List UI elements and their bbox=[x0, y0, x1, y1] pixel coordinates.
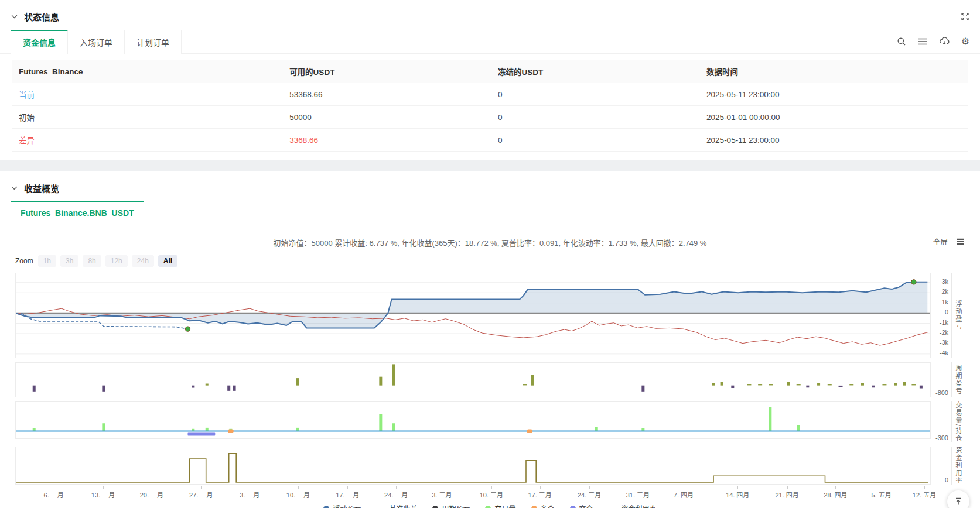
legend-label: 周期盈亏 bbox=[442, 503, 470, 508]
x-axis-label: 6. 一月 bbox=[44, 490, 64, 499]
chart-context-menu-icon[interactable] bbox=[956, 238, 965, 245]
utilization-yaxis: 0 bbox=[931, 447, 952, 485]
volume-position-plot[interactable] bbox=[15, 401, 931, 439]
scroll-to-top-button[interactable] bbox=[947, 490, 969, 508]
y-axis-label: -4k bbox=[940, 349, 948, 356]
x-axis-label: 13. 一月 bbox=[91, 490, 115, 499]
zoom-button-12h[interactable]: 12h bbox=[105, 255, 128, 267]
status-tab-actions: ⚙ bbox=[897, 37, 969, 53]
tab-futures-binance-bnb-usdt[interactable]: Futures_Binance.BNB_USDT bbox=[11, 201, 144, 224]
cloud-download-icon[interactable] bbox=[939, 37, 950, 46]
legend-label: 多仓 bbox=[541, 503, 555, 508]
table-cell: 3368.66 bbox=[282, 129, 491, 152]
table-cell: 50000 bbox=[282, 106, 491, 129]
legend-item-多仓[interactable]: 多仓 bbox=[531, 503, 555, 508]
x-axis-label: 5. 五月 bbox=[871, 490, 891, 499]
legend-label: 交易量 bbox=[494, 503, 515, 508]
x-axis-tick bbox=[491, 486, 492, 489]
y-axis-label: -3k bbox=[940, 339, 948, 346]
zoom-button-8h[interactable]: 8h bbox=[83, 255, 101, 267]
legend-swatch bbox=[570, 506, 576, 508]
x-axis-tick bbox=[396, 486, 397, 489]
floating-pnl-axis-title: 浮动盈亏 bbox=[952, 273, 965, 358]
x-axis-tick bbox=[442, 486, 442, 489]
x-axis-tick bbox=[787, 486, 788, 489]
zoom-button-3h[interactable]: 3h bbox=[60, 255, 78, 267]
menu-icon[interactable] bbox=[918, 37, 927, 46]
x-axis-tick bbox=[103, 486, 104, 489]
y-axis-label: -800 bbox=[935, 389, 948, 396]
pane-period-pnl: -800 周期盈亏 bbox=[15, 362, 965, 397]
legend-item-空仓[interactable]: 空仓 bbox=[570, 503, 593, 508]
x-axis-tick bbox=[54, 486, 54, 489]
collapse-chevron-icon[interactable] bbox=[11, 184, 18, 192]
legend-item-周期盈亏[interactable]: 周期盈亏 bbox=[432, 503, 470, 508]
table-cell[interactable]: 当前 bbox=[12, 83, 282, 106]
chart-svg bbox=[16, 447, 930, 484]
x-axis-label: 31. 三月 bbox=[626, 490, 650, 499]
zoom-buttons: 1h3h8h12h24hAll bbox=[38, 255, 177, 267]
x-axis-tick bbox=[201, 486, 202, 489]
zoom-button-24h[interactable]: 24h bbox=[132, 255, 154, 267]
table-cell: 0 bbox=[491, 106, 699, 129]
status-tab-1[interactable]: 入场订单 bbox=[68, 30, 125, 54]
x-axis-tick bbox=[298, 486, 299, 489]
legend-item-浮动盈亏[interactable]: 浮动盈亏 bbox=[323, 503, 361, 508]
utilization-axis-title: 资金利用率 bbox=[952, 447, 965, 485]
legend-label: 资金利用率 bbox=[622, 503, 657, 508]
table-row: 当前53368.6602025-05-11 23:00:00 bbox=[12, 83, 968, 106]
legend-item-资金利用率[interactable]: 资金利用率 bbox=[609, 503, 657, 508]
zoom-button-all[interactable]: All bbox=[158, 255, 177, 267]
chart-svg bbox=[16, 273, 930, 358]
chart-legend: 浮动盈亏基准收益周期盈亏交易量多仓空仓资金利用率 bbox=[0, 503, 980, 508]
collapse-chevron-icon[interactable] bbox=[11, 13, 18, 20]
x-axis-tick bbox=[684, 486, 684, 489]
legend-item-基准收益[interactable]: 基准收益 bbox=[376, 503, 417, 508]
chart-subtitle-row: 初始净值：50000 累计收益: 6.737 %, 年化收益(365天)：18.… bbox=[0, 224, 980, 250]
status-panel-header: 状态信息 bbox=[0, 5, 980, 26]
x-axis-tick bbox=[882, 486, 882, 489]
fullscreen-label[interactable]: 全屏 bbox=[933, 236, 948, 247]
gear-icon[interactable]: ⚙ bbox=[961, 37, 969, 46]
y-axis-label: 0 bbox=[945, 308, 948, 315]
funds-col-header: 可用的USDT bbox=[282, 60, 491, 83]
table-cell: 差异 bbox=[12, 129, 282, 152]
x-axis-label: 28. 四月 bbox=[824, 490, 847, 499]
legend-swatch bbox=[531, 506, 537, 508]
funds-col-header: Futures_Binance bbox=[12, 60, 282, 83]
legend-item-交易量[interactable]: 交易量 bbox=[485, 503, 515, 508]
chart-actions: 全屏 bbox=[933, 236, 965, 247]
status-tab-0[interactable]: 资金信息 bbox=[11, 30, 68, 54]
profit-panel: 收益概览 Futures_Binance.BNB_USDT 初始净值：50000… bbox=[0, 171, 980, 508]
floating-pnl-plot[interactable] bbox=[15, 273, 931, 358]
legend-swatch bbox=[432, 506, 438, 508]
x-axis-tick bbox=[737, 486, 738, 489]
x-axis-tick bbox=[835, 486, 836, 489]
table-cell: 53368.66 bbox=[282, 83, 491, 106]
zoom-button-1h[interactable]: 1h bbox=[38, 255, 56, 267]
y-axis-label: 1k bbox=[941, 298, 948, 306]
x-axis-tick bbox=[589, 486, 590, 489]
y-axis-label: -1k bbox=[940, 319, 948, 326]
x-axis-label: 14. 四月 bbox=[726, 490, 749, 499]
x-axis-label: 3. 三月 bbox=[432, 490, 452, 499]
chart-svg bbox=[16, 402, 930, 438]
volume-position-yaxis: -300 bbox=[931, 401, 952, 442]
status-tab-2[interactable]: 计划订单 bbox=[125, 30, 182, 54]
fullscreen-icon[interactable] bbox=[961, 12, 969, 21]
table-cell: 2025-05-11 23:00:00 bbox=[699, 83, 968, 106]
search-icon[interactable] bbox=[897, 37, 906, 46]
period-pnl-plot[interactable] bbox=[15, 362, 931, 397]
funds-table-header-row: Futures_Binance可用的USDT冻结的USDT数据时间 bbox=[12, 60, 968, 83]
legend-label: 空仓 bbox=[579, 503, 593, 508]
x-axis-label: 17. 三月 bbox=[528, 490, 551, 499]
period-pnl-axis-title: 周期盈亏 bbox=[952, 362, 965, 397]
legend-label: 基准收益 bbox=[389, 503, 417, 508]
pane-utilization: 0 资金利用率 bbox=[15, 447, 965, 485]
legend-label: 浮动盈亏 bbox=[333, 503, 361, 508]
zoom-row: Zoom 1h3h8h12h24hAll bbox=[15, 255, 980, 267]
utilization-plot[interactable] bbox=[15, 447, 931, 485]
profit-panel-title: 收益概览 bbox=[24, 182, 59, 194]
status-panel-title: 状态信息 bbox=[24, 11, 59, 23]
y-axis-label: 2k bbox=[941, 288, 948, 295]
